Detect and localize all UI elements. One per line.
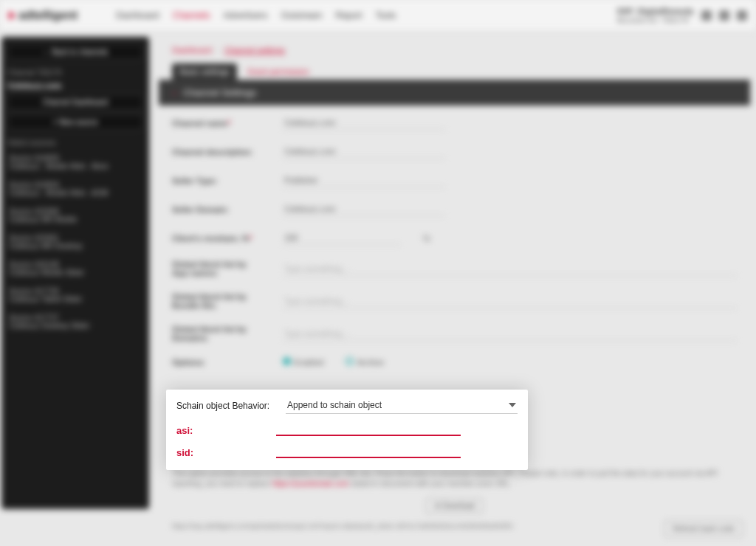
sid-input[interactable] [276,442,461,458]
nav-tools[interactable]: Tools [376,10,396,21]
logo-play-icon [9,11,16,20]
list-item[interactable]: Source 417727Celebuzz Desktop Slider [7,311,143,333]
seller-type-value[interactable]: Publisher [283,173,445,187]
list-item[interactable]: Source 414824Celebuzz - Mobile Web - AOM [7,178,143,200]
list-item[interactable]: Source 414820Celebuzz - Mobile Web - Mor… [7,151,143,173]
seller-domain-value[interactable]: Celebuzz.com [283,202,445,216]
list-item[interactable]: Source 415561Celebuzz MH Desktop [7,231,143,253]
back-button[interactable]: ← Back to channels [7,44,143,60]
sidebar: ← Back to channels Channel 750179 Celebu… [1,37,149,509]
chevron-down-icon [509,403,516,407]
nav-advertisers[interactable]: Advertisers [223,10,267,21]
list-item[interactable]: Source 416149Celebuzz Mobile Slider [7,258,143,280]
list-item[interactable]: Source 415560Celebuzz MH Mobile [7,204,143,227]
block-bundle-input[interactable]: Type something… [283,294,737,308]
api-access-text: This option provides access to the stati… [159,469,750,495]
panel-header: – Channel Settings [159,80,750,106]
list-item[interactable]: Source 417726Celebuzz Tablet Slider [7,284,143,306]
account-name: SSP_DigitalRemedy [616,7,694,15]
opt-enabled[interactable]: Enabled [283,357,323,367]
gear-icon[interactable] [719,10,729,21]
sid-label: sid: [176,447,202,458]
new-source-button[interactable]: + New source [7,114,143,130]
top-nav: Dashboard Channels Advertisers Outstream… [116,10,396,21]
user-icon[interactable] [701,10,712,21]
nav-dashboard[interactable]: Dashboard [116,10,159,21]
refresh-bash-code-button[interactable]: Refresh bash code [664,520,743,537]
account-sub: Account ID: 750179 [616,15,694,24]
brand-name: adtelligent [18,9,78,22]
crumb-dashboard[interactable]: Dashboard [172,46,212,55]
breadcrumb: Dashboard · Channel settings [159,37,750,63]
nav-channels[interactable]: Channels [173,10,210,21]
nav-report[interactable]: Report [335,10,362,21]
sidebar-channel-name: Celebuzz.com [7,81,143,90]
brand-logo: adtelligent [9,9,78,22]
select-sources-label: Select sources [7,139,143,147]
tab-grant-permission[interactable]: Grant permission [247,63,309,80]
tab-basic-settings[interactable]: Basic settings [172,63,237,80]
channel-name-value[interactable]: Celebuzz.com [283,116,445,130]
nav-outstream[interactable]: Outstream [281,10,322,21]
sidebar-channel-id: Channel 750179 [7,69,143,77]
channel-desc-value[interactable]: Celebuzz.com [283,145,445,159]
schain-focus-card: Schain object Behavior: Append to schain… [166,390,528,470]
logout-icon[interactable] [737,10,747,21]
download-button[interactable]: ⬇ Download [426,498,483,514]
crumb-channel-settings[interactable]: Channel settings [224,46,285,55]
top-bar: adtelligent Dashboard Channels Advertise… [0,0,756,31]
api-url: https://ssp.adtelligent.com/api/statisti… [159,516,750,536]
schain-behavior-label: Schain object Behavior: [176,401,272,411]
asi-label: asi: [176,425,202,436]
opt-archive[interactable]: Archive [346,357,384,367]
panel-title: Channel Settings [183,87,256,98]
client-revshare-value[interactable]: 100 [283,231,401,245]
block-app-input[interactable]: Type something… [283,262,737,276]
channel-dashboard-button[interactable]: Channel Dashboard [7,94,143,110]
block-domain-input[interactable]: Type something… [283,327,737,341]
topbar-right: SSP_DigitalRemedy Account ID: 750179 [616,7,747,24]
asi-input[interactable] [276,420,461,436]
schain-behavior-select[interactable]: Append to schain object [286,397,518,414]
schain-behavior-value: Append to schain object [287,400,382,410]
